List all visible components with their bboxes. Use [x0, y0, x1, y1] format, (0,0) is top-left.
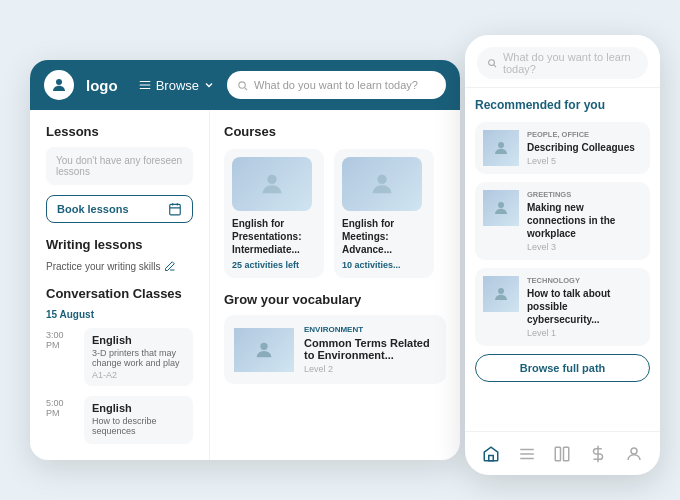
class-card-2[interactable]: English How to describe sequences: [84, 396, 193, 444]
user-icon[interactable]: [623, 443, 645, 465]
vocab-info: ENVIRONMENT Common Terms Related to Envi…: [304, 325, 436, 374]
course-card-1[interactable]: English for Presentations: Intermediate.…: [224, 149, 324, 278]
course-card-2[interactable]: English for Meetings: Advance... 10 acti…: [334, 149, 434, 278]
class-time-2: 5:00 PM: [46, 396, 76, 444]
class-item-2: 5:00 PM English How to describe sequence…: [46, 396, 193, 444]
svg-point-0: [56, 79, 62, 85]
rec-level-1: Level 5: [527, 156, 635, 166]
rec-img-1: [483, 130, 519, 166]
svg-point-13: [489, 60, 495, 66]
class-level-1: A1-A2: [92, 370, 185, 380]
logo-icon: [44, 70, 74, 100]
writing-section: Writing lessons Practice your writing sk…: [46, 237, 193, 272]
rec-img-2: [483, 190, 519, 226]
main-app-card: logo Browse What do you want to learn to…: [30, 60, 460, 460]
class-time-1: 3:00 PM: [46, 328, 76, 386]
course-img-1: [232, 157, 312, 211]
course-activities-1: 25 activities left: [232, 260, 316, 270]
svg-point-12: [260, 342, 267, 349]
rec-title-2: Making new connections in the workplace: [527, 201, 642, 240]
rec-card-3[interactable]: TECHNOLOGY How to talk about possible cy…: [475, 268, 650, 346]
course-activities-2: 10 activities...: [342, 260, 426, 270]
class-card-1[interactable]: English 3-D printers that may change wor…: [84, 328, 193, 386]
app-header: logo Browse What do you want to learn to…: [30, 60, 460, 110]
vocab-img: [234, 328, 294, 372]
book-icon[interactable]: [551, 443, 573, 465]
svg-point-17: [498, 288, 504, 294]
conv-title: Conversation Classes: [46, 286, 193, 301]
right-panel: Courses English for Presentations: Inter…: [210, 110, 460, 460]
vocab-item-title: Common Terms Related to Environment...: [304, 337, 436, 361]
svg-rect-18: [489, 455, 494, 460]
left-panel: Lessons You don't have any foreseen less…: [30, 110, 210, 460]
lessons-title: Lessons: [46, 124, 193, 139]
rec-card-1[interactable]: PEOPLE, OFFICE Describing Colleagues Lev…: [475, 122, 650, 174]
class-desc-1: 3-D printers that may change work and pl…: [92, 348, 185, 368]
no-lessons-text: You don't have any foreseen lessons: [46, 147, 193, 185]
logo-text: logo: [86, 77, 118, 94]
writing-title: Writing lessons: [46, 237, 193, 252]
list-icon[interactable]: [516, 443, 538, 465]
svg-point-10: [267, 175, 276, 184]
rec-info-1: PEOPLE, OFFICE Describing Colleagues Lev…: [527, 130, 635, 166]
mobile-content: Recommended for you PEOPLE, OFFICE Descr…: [465, 88, 660, 431]
svg-point-11: [377, 175, 386, 184]
rec-tag-2: GREETINGS: [527, 190, 642, 199]
rec-level-3: Level 1: [527, 328, 642, 338]
rec-tag-1: PEOPLE, OFFICE: [527, 130, 635, 139]
rec-title-3: How to talk about possible cybersecurity…: [527, 287, 642, 326]
dollar-icon[interactable]: [587, 443, 609, 465]
svg-rect-22: [556, 447, 561, 461]
class-title-2: English: [92, 402, 185, 414]
class-title-1: English: [92, 334, 185, 346]
date-label: 15 August: [46, 309, 193, 320]
rec-info-2: GREETINGS Making new connections in the …: [527, 190, 642, 252]
search-placeholder: What do you want to learn today?: [254, 79, 418, 91]
mobile-bottom-nav: [465, 431, 660, 475]
vocab-tag: ENVIRONMENT: [304, 325, 436, 334]
course-img-2: [342, 157, 422, 211]
vocab-level: Level 2: [304, 364, 436, 374]
home-icon[interactable]: [480, 443, 502, 465]
browse-label: Browse: [156, 78, 199, 93]
recommended-title: Recommended for you: [475, 98, 650, 112]
mobile-search-placeholder: What do you want to learn today?: [503, 51, 638, 75]
mobile-search-bar[interactable]: What do you want to learn today?: [477, 47, 648, 79]
writing-subtitle: Practice your writing skills: [46, 260, 193, 272]
mobile-search-area: What do you want to learn today?: [465, 35, 660, 88]
rec-tag-3: TECHNOLOGY: [527, 276, 642, 285]
courses-row: English for Presentations: Intermediate.…: [224, 149, 446, 278]
rec-title-1: Describing Colleagues: [527, 141, 635, 154]
browse-full-path-button[interactable]: Browse full path: [475, 354, 650, 382]
course-name-1: English for Presentations: Intermediate.…: [232, 217, 316, 256]
svg-point-15: [498, 142, 504, 148]
content-area: Lessons You don't have any foreseen less…: [30, 110, 460, 460]
class-desc-2: How to describe sequences: [92, 416, 185, 436]
conversation-section: Conversation Classes 15 August 3:00 PM E…: [46, 286, 193, 444]
rec-card-2[interactable]: GREETINGS Making new connections in the …: [475, 182, 650, 260]
mobile-card: What do you want to learn today? Recomme…: [465, 35, 660, 475]
rec-img-3: [483, 276, 519, 312]
vocab-title: Grow your vocabulary: [224, 292, 446, 307]
book-lessons-button[interactable]: Book lessons: [46, 195, 193, 223]
svg-line-5: [245, 87, 248, 90]
header-search-bar[interactable]: What do you want to learn today?: [227, 71, 446, 99]
vocab-card[interactable]: ENVIRONMENT Common Terms Related to Envi…: [224, 315, 446, 384]
svg-point-4: [239, 81, 245, 87]
class-item-1: 3:00 PM English 3-D printers that may ch…: [46, 328, 193, 386]
svg-line-14: [494, 65, 496, 67]
rec-level-2: Level 3: [527, 242, 642, 252]
svg-point-25: [631, 448, 637, 454]
svg-rect-6: [170, 204, 181, 215]
courses-title: Courses: [224, 124, 446, 139]
svg-point-16: [498, 202, 504, 208]
course-name-2: English for Meetings: Advance...: [342, 217, 426, 256]
browse-button[interactable]: Browse: [138, 78, 215, 93]
svg-rect-23: [564, 447, 569, 461]
book-btn-label: Book lessons: [57, 203, 129, 215]
rec-info-3: TECHNOLOGY How to talk about possible cy…: [527, 276, 642, 338]
